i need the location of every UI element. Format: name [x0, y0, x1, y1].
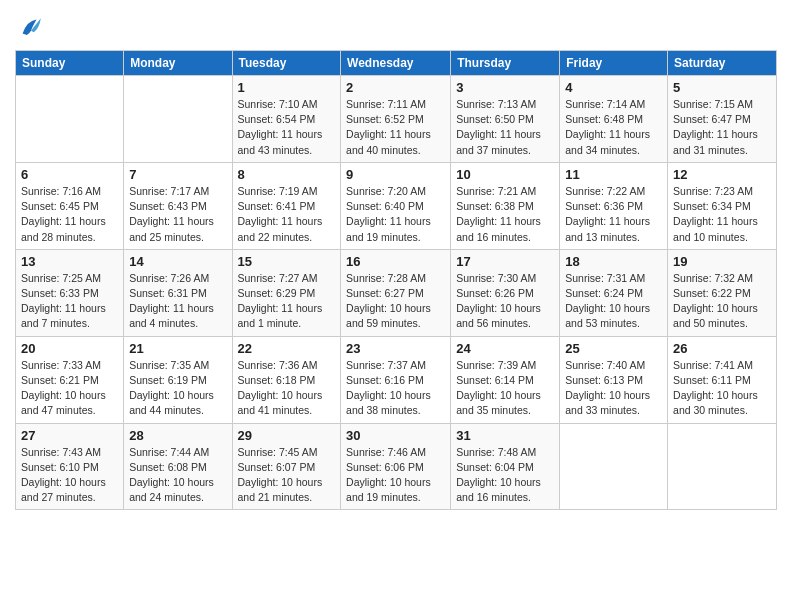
day-info: Sunrise: 7:19 AM Sunset: 6:41 PM Dayligh…	[238, 184, 336, 245]
logo-bird-icon	[17, 14, 45, 42]
calendar-cell: 17Sunrise: 7:30 AM Sunset: 6:26 PM Dayli…	[451, 249, 560, 336]
week-row-5: 27Sunrise: 7:43 AM Sunset: 6:10 PM Dayli…	[16, 423, 777, 510]
day-number: 27	[21, 428, 118, 443]
day-number: 12	[673, 167, 771, 182]
day-number: 5	[673, 80, 771, 95]
day-number: 20	[21, 341, 118, 356]
day-number: 21	[129, 341, 226, 356]
day-number: 1	[238, 80, 336, 95]
calendar-cell: 14Sunrise: 7:26 AM Sunset: 6:31 PM Dayli…	[124, 249, 232, 336]
day-number: 17	[456, 254, 554, 269]
calendar-cell: 16Sunrise: 7:28 AM Sunset: 6:27 PM Dayli…	[341, 249, 451, 336]
day-info: Sunrise: 7:30 AM Sunset: 6:26 PM Dayligh…	[456, 271, 554, 332]
day-number: 16	[346, 254, 445, 269]
calendar-cell	[16, 76, 124, 163]
calendar-cell	[124, 76, 232, 163]
calendar-cell: 8Sunrise: 7:19 AM Sunset: 6:41 PM Daylig…	[232, 162, 341, 249]
calendar-cell: 23Sunrise: 7:37 AM Sunset: 6:16 PM Dayli…	[341, 336, 451, 423]
week-row-2: 6Sunrise: 7:16 AM Sunset: 6:45 PM Daylig…	[16, 162, 777, 249]
header-cell-saturday: Saturday	[668, 51, 777, 76]
day-info: Sunrise: 7:21 AM Sunset: 6:38 PM Dayligh…	[456, 184, 554, 245]
day-info: Sunrise: 7:17 AM Sunset: 6:43 PM Dayligh…	[129, 184, 226, 245]
day-number: 2	[346, 80, 445, 95]
day-info: Sunrise: 7:35 AM Sunset: 6:19 PM Dayligh…	[129, 358, 226, 419]
day-info: Sunrise: 7:43 AM Sunset: 6:10 PM Dayligh…	[21, 445, 118, 506]
day-number: 13	[21, 254, 118, 269]
calendar-cell: 21Sunrise: 7:35 AM Sunset: 6:19 PM Dayli…	[124, 336, 232, 423]
day-number: 31	[456, 428, 554, 443]
day-info: Sunrise: 7:46 AM Sunset: 6:06 PM Dayligh…	[346, 445, 445, 506]
calendar-cell: 19Sunrise: 7:32 AM Sunset: 6:22 PM Dayli…	[668, 249, 777, 336]
day-info: Sunrise: 7:37 AM Sunset: 6:16 PM Dayligh…	[346, 358, 445, 419]
header-cell-wednesday: Wednesday	[341, 51, 451, 76]
day-info: Sunrise: 7:32 AM Sunset: 6:22 PM Dayligh…	[673, 271, 771, 332]
day-number: 10	[456, 167, 554, 182]
day-number: 6	[21, 167, 118, 182]
calendar-cell: 18Sunrise: 7:31 AM Sunset: 6:24 PM Dayli…	[560, 249, 668, 336]
day-info: Sunrise: 7:15 AM Sunset: 6:47 PM Dayligh…	[673, 97, 771, 158]
day-info: Sunrise: 7:22 AM Sunset: 6:36 PM Dayligh…	[565, 184, 662, 245]
header-cell-friday: Friday	[560, 51, 668, 76]
day-number: 8	[238, 167, 336, 182]
week-row-1: 1Sunrise: 7:10 AM Sunset: 6:54 PM Daylig…	[16, 76, 777, 163]
calendar-cell: 9Sunrise: 7:20 AM Sunset: 6:40 PM Daylig…	[341, 162, 451, 249]
calendar-cell: 5Sunrise: 7:15 AM Sunset: 6:47 PM Daylig…	[668, 76, 777, 163]
day-info: Sunrise: 7:48 AM Sunset: 6:04 PM Dayligh…	[456, 445, 554, 506]
calendar-cell: 6Sunrise: 7:16 AM Sunset: 6:45 PM Daylig…	[16, 162, 124, 249]
calendar-cell: 27Sunrise: 7:43 AM Sunset: 6:10 PM Dayli…	[16, 423, 124, 510]
day-info: Sunrise: 7:41 AM Sunset: 6:11 PM Dayligh…	[673, 358, 771, 419]
day-info: Sunrise: 7:44 AM Sunset: 6:08 PM Dayligh…	[129, 445, 226, 506]
page-header	[15, 10, 777, 42]
day-number: 25	[565, 341, 662, 356]
day-info: Sunrise: 7:31 AM Sunset: 6:24 PM Dayligh…	[565, 271, 662, 332]
calendar-cell: 15Sunrise: 7:27 AM Sunset: 6:29 PM Dayli…	[232, 249, 341, 336]
day-number: 18	[565, 254, 662, 269]
day-info: Sunrise: 7:13 AM Sunset: 6:50 PM Dayligh…	[456, 97, 554, 158]
day-info: Sunrise: 7:28 AM Sunset: 6:27 PM Dayligh…	[346, 271, 445, 332]
day-info: Sunrise: 7:10 AM Sunset: 6:54 PM Dayligh…	[238, 97, 336, 158]
day-number: 15	[238, 254, 336, 269]
header-row: SundayMondayTuesdayWednesdayThursdayFrid…	[16, 51, 777, 76]
calendar-cell: 11Sunrise: 7:22 AM Sunset: 6:36 PM Dayli…	[560, 162, 668, 249]
day-number: 22	[238, 341, 336, 356]
day-number: 24	[456, 341, 554, 356]
calendar-cell: 3Sunrise: 7:13 AM Sunset: 6:50 PM Daylig…	[451, 76, 560, 163]
calendar-header: SundayMondayTuesdayWednesdayThursdayFrid…	[16, 51, 777, 76]
day-number: 30	[346, 428, 445, 443]
day-info: Sunrise: 7:25 AM Sunset: 6:33 PM Dayligh…	[21, 271, 118, 332]
week-row-4: 20Sunrise: 7:33 AM Sunset: 6:21 PM Dayli…	[16, 336, 777, 423]
calendar-cell: 20Sunrise: 7:33 AM Sunset: 6:21 PM Dayli…	[16, 336, 124, 423]
day-number: 4	[565, 80, 662, 95]
calendar-table: SundayMondayTuesdayWednesdayThursdayFrid…	[15, 50, 777, 510]
day-info: Sunrise: 7:33 AM Sunset: 6:21 PM Dayligh…	[21, 358, 118, 419]
calendar-cell: 29Sunrise: 7:45 AM Sunset: 6:07 PM Dayli…	[232, 423, 341, 510]
day-number: 9	[346, 167, 445, 182]
header-cell-tuesday: Tuesday	[232, 51, 341, 76]
calendar-cell: 25Sunrise: 7:40 AM Sunset: 6:13 PM Dayli…	[560, 336, 668, 423]
day-info: Sunrise: 7:20 AM Sunset: 6:40 PM Dayligh…	[346, 184, 445, 245]
day-info: Sunrise: 7:14 AM Sunset: 6:48 PM Dayligh…	[565, 97, 662, 158]
day-info: Sunrise: 7:36 AM Sunset: 6:18 PM Dayligh…	[238, 358, 336, 419]
header-cell-monday: Monday	[124, 51, 232, 76]
day-info: Sunrise: 7:40 AM Sunset: 6:13 PM Dayligh…	[565, 358, 662, 419]
calendar-cell: 12Sunrise: 7:23 AM Sunset: 6:34 PM Dayli…	[668, 162, 777, 249]
day-number: 26	[673, 341, 771, 356]
calendar-cell: 7Sunrise: 7:17 AM Sunset: 6:43 PM Daylig…	[124, 162, 232, 249]
calendar-cell: 2Sunrise: 7:11 AM Sunset: 6:52 PM Daylig…	[341, 76, 451, 163]
day-number: 7	[129, 167, 226, 182]
day-info: Sunrise: 7:23 AM Sunset: 6:34 PM Dayligh…	[673, 184, 771, 245]
calendar-cell: 13Sunrise: 7:25 AM Sunset: 6:33 PM Dayli…	[16, 249, 124, 336]
day-info: Sunrise: 7:27 AM Sunset: 6:29 PM Dayligh…	[238, 271, 336, 332]
logo	[15, 14, 45, 42]
day-number: 11	[565, 167, 662, 182]
calendar-cell: 22Sunrise: 7:36 AM Sunset: 6:18 PM Dayli…	[232, 336, 341, 423]
day-info: Sunrise: 7:26 AM Sunset: 6:31 PM Dayligh…	[129, 271, 226, 332]
calendar-cell: 31Sunrise: 7:48 AM Sunset: 6:04 PM Dayli…	[451, 423, 560, 510]
day-number: 29	[238, 428, 336, 443]
calendar-cell: 4Sunrise: 7:14 AM Sunset: 6:48 PM Daylig…	[560, 76, 668, 163]
day-info: Sunrise: 7:11 AM Sunset: 6:52 PM Dayligh…	[346, 97, 445, 158]
calendar-cell: 24Sunrise: 7:39 AM Sunset: 6:14 PM Dayli…	[451, 336, 560, 423]
day-number: 28	[129, 428, 226, 443]
day-number: 19	[673, 254, 771, 269]
calendar-cell: 1Sunrise: 7:10 AM Sunset: 6:54 PM Daylig…	[232, 76, 341, 163]
